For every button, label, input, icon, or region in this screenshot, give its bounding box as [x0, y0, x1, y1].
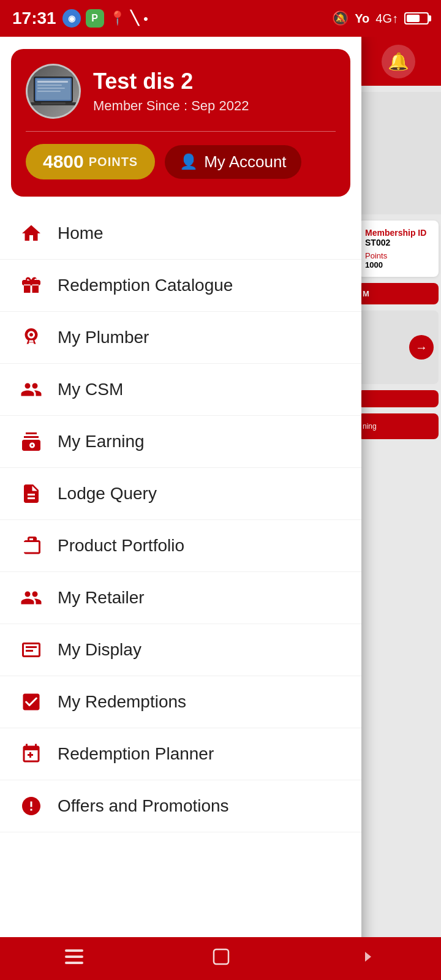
yo-icon: Yo [355, 12, 369, 26]
status-bar: 17:31 ◉ P 📍 ╲ ● 🔕 Yo 4G↑ [0, 0, 441, 37]
status-bar-right: 🔕 Yo 4G↑ [332, 10, 429, 26]
menu-item-offers-promotions[interactable]: Offers and Promotions [0, 780, 361, 832]
membership-label: Membership ID [365, 228, 431, 238]
earning-icon [18, 431, 44, 453]
profile-name: Test dis 2 [93, 69, 249, 94]
svg-rect-12 [214, 949, 228, 964]
menu-item-redemption-planner[interactable]: Redemption Planner [0, 728, 361, 780]
menu-item-redemption-catalogue[interactable]: Redemption Catalogue [0, 260, 361, 312]
display-icon [18, 639, 44, 661]
bell-icon: 🔔 [388, 51, 409, 72]
profile-top: Test dis 2 Member Since : Sep 2022 [26, 64, 336, 119]
menu-item-lodge-query[interactable]: Lodge Query [0, 468, 361, 520]
svg-rect-11 [65, 962, 83, 964]
planner-icon [18, 743, 44, 765]
menu-item-my-plumber[interactable]: My Plumber [0, 312, 361, 364]
signal-icon: 4G↑ [375, 12, 398, 26]
menu-label-offers-promotions: Offers and Promotions [58, 796, 229, 816]
bottom-navigation [0, 937, 441, 980]
plumber-icon [18, 326, 44, 349]
menu-label-my-retailer: My Retailer [58, 588, 145, 608]
avatar-laptop-svg [29, 72, 78, 111]
extra-icon: ╲ [130, 10, 138, 26]
menu-label-lodge-query: Lodge Query [58, 484, 157, 503]
points-label-right: Points [365, 251, 431, 260]
menu-item-my-earning[interactable]: My Earning [0, 416, 361, 468]
avatar [26, 64, 81, 119]
menu-label-my-redemptions: My Redemptions [58, 692, 186, 712]
battery-icon [404, 12, 429, 24]
right-card-1: Membership ID ST002 Points 1000 [358, 221, 439, 277]
menu-item-my-redemptions[interactable]: My Redemptions [0, 676, 361, 728]
location-icon: 📍 [109, 10, 126, 26]
main-wrapper: 🔔 Membership ID ST002 Points 1000 M → ni… [0, 37, 441, 980]
profile-info: Test dis 2 Member Since : Sep 2022 [93, 69, 249, 114]
points-badge: 4800 POINTS [26, 144, 155, 179]
my-account-button[interactable]: 👤 My Account [165, 145, 301, 179]
account-icon: 👤 [179, 153, 198, 170]
menu-label-home: Home [58, 224, 104, 243]
menu-label-my-csm: My CSM [58, 380, 123, 399]
menu-item-my-display[interactable]: My Display [0, 624, 361, 676]
menu-item-my-csm[interactable]: My CSM [0, 364, 361, 416]
profile-actions: 4800 POINTS 👤 My Account [26, 144, 336, 179]
svg-rect-10 [65, 956, 83, 958]
time-display: 17:31 [12, 9, 56, 28]
svg-rect-8 [41, 102, 66, 104]
csm-icon [18, 379, 44, 401]
home-nav-icon[interactable] [213, 948, 230, 970]
right-csm-btn: M [358, 283, 439, 304]
retailer-icon [18, 587, 44, 609]
dot-icon: ● [143, 13, 148, 23]
points-label: POINTS [89, 155, 138, 169]
status-icons: ◉ P 📍 ╲ ● [62, 9, 148, 28]
p-icon: P [86, 9, 104, 28]
svg-rect-5 [37, 88, 65, 89]
profile-member: Member Since : Sep 2022 [93, 98, 249, 114]
right-image-area [355, 92, 441, 214]
account-btn-text: My Account [204, 153, 286, 172]
home-icon [18, 222, 44, 244]
arrow-btn[interactable]: → [409, 335, 434, 360]
right-coming: ning [358, 413, 439, 439]
query-icon [18, 483, 44, 505]
menu-label-my-plumber: My Plumber [58, 328, 149, 347]
points-number: 4800 [43, 151, 84, 172]
camera-icon: ◉ [62, 9, 81, 28]
right-card-2: → [358, 311, 439, 384]
drawer: Test dis 2 Member Since : Sep 2022 4800 … [0, 37, 361, 980]
menu-label-redemption-planner: Redemption Planner [58, 744, 214, 764]
profile-divider [26, 131, 336, 132]
redemptions-icon [18, 691, 44, 713]
gift-icon [18, 274, 44, 296]
membership-id: ST002 [365, 238, 431, 247]
menu-label-redemption-catalogue: Redemption Catalogue [58, 276, 233, 295]
avatar-image [28, 66, 79, 117]
offers-icon [18, 795, 44, 817]
svg-rect-3 [37, 81, 68, 83]
right-panel: 🔔 Membership ID ST002 Points 1000 M → ni… [355, 37, 441, 980]
menu-item-home[interactable]: Home [0, 208, 361, 260]
svg-rect-6 [37, 91, 61, 92]
svg-rect-9 [65, 949, 83, 952]
profile-card: Test dis 2 Member Since : Sep 2022 4800 … [11, 49, 350, 197]
menu-item-product-portfolio[interactable]: Product Portfolio [0, 520, 361, 572]
menu-item-my-retailer[interactable]: My Retailer [0, 572, 361, 624]
mute-icon: 🔕 [332, 10, 349, 26]
svg-rect-4 [37, 85, 62, 86]
menu-label-my-display: My Display [58, 640, 141, 660]
bell-container: 🔔 [382, 45, 415, 78]
menu-list: HomeRedemption CatalogueMy PlumberMy CSM… [0, 203, 361, 837]
status-bar-left: 17:31 ◉ P 📍 ╲ ● [12, 9, 148, 28]
right-red-card [358, 390, 439, 407]
points-value-right: 1000 [365, 260, 431, 270]
menu-nav-icon[interactable] [65, 949, 83, 968]
menu-label-product-portfolio: Product Portfolio [58, 536, 184, 556]
battery-fill [407, 15, 420, 22]
right-header: 🔔 [355, 37, 441, 86]
portfolio-icon [18, 535, 44, 557]
menu-label-my-earning: My Earning [58, 432, 145, 451]
back-nav-icon[interactable] [359, 948, 376, 970]
